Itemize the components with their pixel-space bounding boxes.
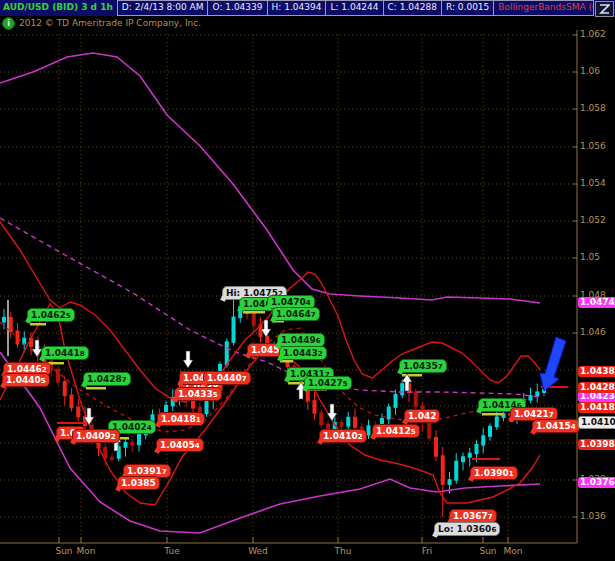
candle-body [205, 399, 209, 414]
candle-body [400, 383, 404, 395]
candle-body [461, 456, 465, 462]
candle-body [340, 422, 344, 427]
candle-body [124, 442, 128, 448]
y-tick-label: 1.05 [580, 252, 600, 262]
price-segment [472, 458, 500, 460]
price-label-red: 1.04335 [174, 387, 222, 401]
candle-body [9, 317, 13, 332]
candle-body [70, 395, 74, 409]
price-label-green: 1.04625 [27, 308, 75, 322]
price-label-red: 1.03677 [449, 509, 497, 523]
x-tick-label: Tue [157, 546, 187, 556]
blue-annotation-arrow [540, 337, 566, 391]
axis-price-bubble: 1.03765 [578, 477, 615, 488]
x-tick-label: Mon [71, 546, 101, 556]
price-label-red: 1.04054 [156, 438, 204, 452]
candle-body [346, 417, 350, 427]
candle-body [63, 381, 67, 396]
x-tick-label: Thu [328, 546, 358, 556]
candle-body [434, 437, 438, 457]
candle-body [130, 442, 134, 445]
candle-body [468, 453, 472, 458]
candle-body [367, 425, 371, 435]
axis-price-bubble: 1.04186 [578, 402, 615, 413]
candle-body [454, 461, 458, 481]
candle-body [76, 407, 80, 418]
price-label-green: 1.04287 [83, 372, 131, 386]
chart-canvas[interactable] [0, 0, 615, 561]
signal-dash [243, 311, 265, 314]
candle-body [16, 331, 20, 345]
axis-price-bubble: 1.04288 [578, 382, 615, 393]
candle-body [387, 406, 391, 419]
y-tick-label: 1.036 [580, 511, 606, 521]
price-label-red: 1.04407 [203, 371, 251, 385]
y-tick-label: 1.058 [580, 103, 606, 113]
candle-body [252, 313, 256, 326]
x-tick-label: Fri [412, 546, 442, 556]
hilo-label: Lo: 1.03606 [434, 522, 500, 536]
axis-price-bubble: 1.04747 [578, 297, 615, 308]
y-tick-label: 1.062 [580, 29, 606, 39]
candle-body [441, 455, 445, 485]
trading-chart-window: AUD/USD (BID) 3 d 1h D: 2/4/13 8:00 AMO:… [0, 0, 615, 561]
candle-body [353, 417, 357, 428]
price-segment [57, 422, 86, 424]
x-tick-label: Wed [243, 546, 273, 556]
price-label-green: 1.04357 [399, 359, 447, 373]
price-label-red: 1.04405 [2, 373, 50, 387]
y-tick-label: 1.052 [580, 215, 606, 225]
x-tick-label: Mon [498, 546, 528, 556]
candle-body [414, 391, 418, 406]
candle-body [475, 444, 479, 454]
signal-dash [86, 387, 106, 390]
price-label-green: 1.04418 [41, 346, 89, 360]
candle-body [319, 412, 323, 425]
candle-body [448, 479, 452, 485]
candle-body [488, 426, 492, 437]
signal-arrow-down [183, 351, 193, 368]
candle-body [110, 457, 114, 460]
axis-price-bubble: 1.03984 [578, 439, 615, 450]
price-label-red: 1.04092 [72, 429, 120, 443]
price-label-red: 1.042 [404, 409, 440, 423]
y-tick-label: 1.056 [580, 141, 606, 151]
candle-body [481, 435, 485, 445]
candle-body [137, 434, 141, 445]
axis-price-bubble: 1.04102 [578, 416, 615, 429]
signal-dash [402, 374, 422, 377]
signal-arrow-down [327, 404, 337, 421]
y-tick-label: 1.054 [580, 178, 606, 188]
y-tick-label: 1.046 [580, 327, 606, 337]
signal-dash [482, 413, 503, 416]
price-label-red: 1.04125 [372, 424, 420, 438]
candle-body [313, 400, 317, 414]
y-tick-label: 1.06 [580, 66, 600, 76]
price-label-red: 1.0385 [117, 476, 160, 490]
price-label-red: 1.04102 [319, 429, 367, 443]
price-label-green: 1.04496 [277, 333, 325, 347]
price-label-green: 1.04275 [304, 376, 352, 390]
candle-body [427, 421, 431, 438]
price-label-red: 1.04181 [157, 412, 205, 426]
price-label-red: 1.03901 [470, 466, 518, 480]
price-label-green: 1.04647 [272, 307, 320, 321]
candle-body [232, 317, 236, 343]
signal-dash [30, 323, 46, 326]
axis-price-bubble: 1.04388 [578, 366, 615, 377]
candle-body [2, 317, 6, 323]
price-label-red: 1.04154 [532, 419, 580, 433]
candle-body [495, 416, 499, 427]
candle-body [394, 394, 398, 408]
price-label-green: 1.04432 [279, 346, 327, 360]
